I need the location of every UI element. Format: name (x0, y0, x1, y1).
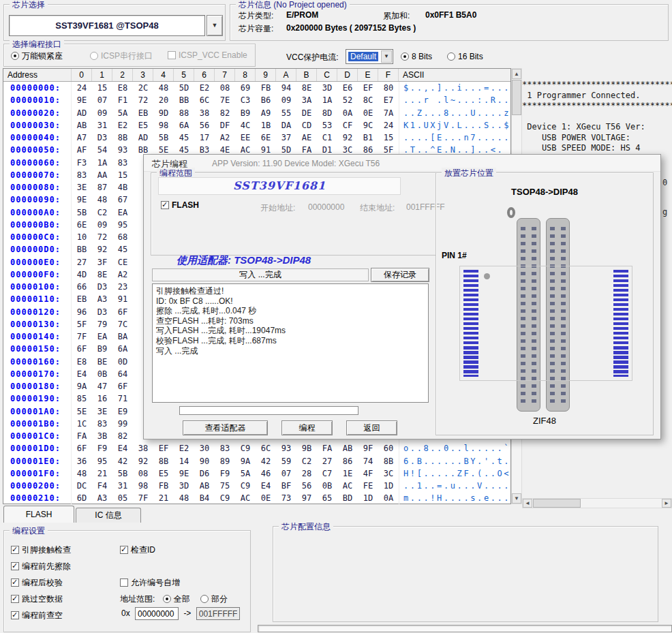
program-button[interactable]: 编程 (281, 420, 333, 435)
hex-byte-cell[interactable]: 15 (92, 82, 112, 94)
hex-byte-cell[interactable]: 23 (112, 281, 133, 293)
hex-byte-cell[interactable]: 17 (194, 132, 215, 144)
hex-byte-cell[interactable]: 36 (72, 455, 92, 467)
hex-byte-cell[interactable]: 9B (296, 442, 317, 454)
hex-byte-cell[interactable]: 27 (317, 455, 337, 467)
hex-byte-cell[interactable]: EE (235, 132, 256, 144)
hex-byte-cell[interactable]: 05 (112, 492, 133, 504)
hex-byte-cell[interactable]: 89 (215, 455, 235, 467)
tab-flash[interactable]: FLASH (3, 506, 74, 523)
hex-byte-cell[interactable]: 95 (112, 219, 133, 231)
hex-byte-cell[interactable]: 16 (92, 392, 112, 405)
hex-byte-cell[interactable]: EB (133, 107, 153, 119)
hex-byte-cell[interactable]: 31 (92, 119, 112, 132)
setting-checkbox[interactable]: 编程前查空 (11, 610, 63, 621)
hex-byte-cell[interactable]: 2C (133, 82, 153, 94)
hex-byte-cell[interactable]: 72 (92, 231, 112, 243)
hex-byte-cell[interactable]: D3 (92, 132, 112, 144)
hex-byte-cell[interactable]: DC (72, 480, 92, 492)
hex-byte-cell[interactable]: 15 (112, 169, 133, 181)
hex-byte-cell[interactable]: 96 (72, 306, 92, 318)
hex-byte-cell[interactable]: 8B (112, 132, 133, 144)
hex-byte-cell[interactable]: D3 (92, 306, 112, 318)
hex-byte-cell[interactable]: 45 (112, 243, 133, 256)
hex-byte-cell[interactable]: 5E (72, 405, 92, 418)
hex-byte-cell[interactable]: 4D (72, 268, 92, 281)
hex-byte-cell[interactable]: 07 (276, 467, 296, 480)
hex-byte-cell[interactable]: BA (112, 330, 133, 343)
hex-byte-cell[interactable]: DE (296, 107, 317, 119)
hex-byte-cell[interactable]: EA (92, 330, 112, 343)
hex-byte-cell[interactable]: 27 (72, 256, 92, 268)
hex-byte-cell[interactable]: EA (112, 206, 133, 219)
hex-byte-cell[interactable]: C2 (92, 206, 112, 219)
hex-byte-cell[interactable]: E2 (174, 442, 194, 454)
hex-byte-cell[interactable]: 83 (112, 157, 133, 169)
hex-byte-cell[interactable]: 3F (92, 256, 112, 268)
hex-byte-cell[interactable]: 90 (194, 455, 215, 467)
vcc-current-combo[interactable]: Default ▼ (346, 49, 393, 64)
hex-byte-cell[interactable]: 1A (92, 157, 112, 169)
hex-byte-cell[interactable]: BE (92, 356, 112, 368)
hex-row[interactable]: 00000040:A7D38BAD5B4517A2EE6E37AEC192B11… (3, 132, 510, 144)
hex-byte-cell[interactable]: 7E (215, 94, 235, 106)
hex-byte-cell[interactable]: F4 (92, 480, 112, 492)
hex-row[interactable]: 00000010:9E07F17220BB6C7EC3B6093A1A528CE… (3, 94, 510, 106)
hex-byte-cell[interactable]: 5F (72, 318, 92, 330)
chip-select-combo[interactable]: SST39VF1681 @TSOP48 (9, 15, 205, 36)
hex-byte-cell[interactable]: 9E (72, 94, 92, 106)
hex-byte-cell[interactable]: C3 (235, 94, 256, 106)
hex-byte-cell[interactable]: 53 (317, 119, 337, 132)
hex-byte-cell[interactable]: 95 (92, 455, 112, 467)
hex-byte-cell[interactable]: 6E (256, 132, 276, 144)
hex-byte-cell[interactable]: AC (235, 492, 256, 504)
hex-byte-cell[interactable]: B1 (358, 132, 378, 144)
hex-row[interactable]: 00000210:6DA3057F2148B4C9AC0E739765BD1D0… (3, 492, 510, 504)
hex-byte-cell[interactable]: 9C (358, 119, 378, 132)
hex-row[interactable]: 00000020:AD095AEB9D883882B9A955DE8D0A0E7… (3, 107, 510, 119)
hex-byte-cell[interactable]: AF (72, 144, 92, 156)
hex-byte-cell[interactable]: 5A (112, 107, 133, 119)
hex-byte-cell[interactable]: 38 (133, 442, 153, 454)
hex-row[interactable]: 00000200:DCF43198FB3DAB75C9E4BF560BACFE1… (3, 480, 510, 492)
hex-byte-cell[interactable]: 73 (276, 492, 296, 504)
hex-byte-cell[interactable]: 0E (358, 107, 378, 119)
radio-8bits[interactable]: 8 Bits (401, 52, 432, 61)
hex-byte-cell[interactable]: B9 (92, 343, 112, 355)
hex-byte-cell[interactable]: 24 (72, 82, 92, 94)
hex-byte-cell[interactable]: 3D (317, 82, 337, 94)
hex-byte-cell[interactable]: 82 (112, 430, 133, 442)
hex-byte-cell[interactable]: 0B (92, 368, 112, 380)
hex-byte-cell[interactable]: 0A (337, 107, 358, 119)
hex-byte-cell[interactable]: AD (133, 132, 153, 144)
checkbox-flash[interactable]: FLASH (161, 200, 199, 210)
hex-byte-cell[interactable]: E4 (72, 368, 92, 380)
hex-byte-cell[interactable]: 83 (72, 169, 92, 181)
hex-byte-cell[interactable]: D6 (194, 467, 215, 480)
hex-byte-cell[interactable]: 9A (72, 380, 92, 392)
hex-byte-cell[interactable]: CE (112, 256, 133, 268)
hex-byte-cell[interactable]: 9E (174, 467, 194, 480)
scroll-down-button[interactable]: ▼ (512, 493, 521, 504)
hex-byte-cell[interactable]: 8D (317, 107, 337, 119)
hex-byte-cell[interactable]: 5A (235, 467, 256, 480)
scroll-left-button[interactable]: ◄ (523, 499, 532, 508)
setting-checkbox[interactable]: 引脚接触检查 (11, 544, 71, 556)
hex-byte-cell[interactable]: 48 (174, 492, 194, 504)
hex-byte-cell[interactable]: E7 (378, 94, 399, 106)
setting-checkbox[interactable]: 跳过空数据 (11, 593, 63, 605)
hex-byte-cell[interactable]: 30 (194, 442, 215, 454)
hex-byte-cell[interactable]: 6F (72, 343, 92, 355)
hex-byte-cell[interactable]: AB (72, 119, 92, 132)
hex-byte-cell[interactable]: E2 (112, 119, 133, 132)
save-log-button[interactable]: 保存记录 (371, 268, 429, 282)
hex-byte-cell[interactable]: C1 (317, 132, 337, 144)
hex-byte-cell[interactable]: 98 (133, 480, 153, 492)
hex-byte-cell[interactable]: 88 (174, 107, 194, 119)
hex-byte-cell[interactable]: F9 (215, 467, 235, 480)
hex-byte-cell[interactable]: 0D (112, 356, 133, 368)
hex-byte-cell[interactable]: 79 (92, 318, 112, 330)
hex-byte-cell[interactable]: 37 (276, 132, 296, 144)
hex-byte-cell[interactable]: E2 (194, 82, 215, 94)
hex-byte-cell[interactable]: 8B (378, 455, 399, 467)
